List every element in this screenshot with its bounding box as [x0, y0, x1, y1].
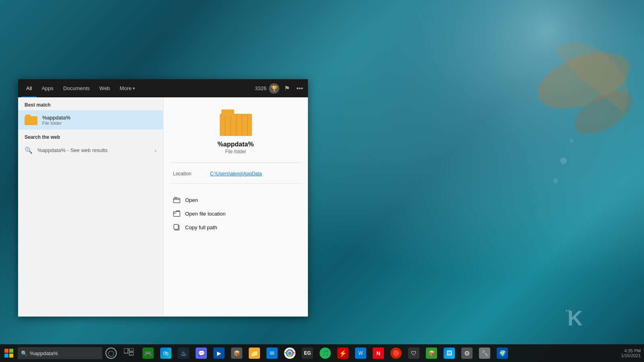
taskbar-app-list: 🎮 🛍 ♨ 💬 ▶ 📦 📁 [138, 344, 621, 362]
svg-point-6 [570, 139, 574, 143]
svg-rect-15 [9, 354, 13, 358]
panel-body: Best match %appdata% File folder Search … [18, 97, 308, 317]
taskbar-app-steam[interactable]: ♨ [175, 344, 192, 362]
folder-icon-large [220, 109, 252, 136]
taskbar-app-files[interactable]: 📁 [246, 344, 263, 362]
svg-point-21 [288, 352, 291, 355]
search-icon: 🔍 [25, 146, 33, 154]
taskbar-search-text: %appdata% [30, 350, 58, 356]
svg-rect-14 [4, 354, 8, 358]
svg-rect-11 [174, 224, 178, 229]
location-value[interactable]: C:\Users\alexg\AppData [210, 171, 262, 177]
tab-bar-actions: 3326 🏆 ⚑ ••• [255, 83, 305, 94]
svg-point-7 [553, 179, 558, 183]
action-open-label: Open [185, 197, 198, 203]
ellipsis-icon[interactable]: ••• [295, 83, 305, 94]
taskbar-app-epic[interactable]: EG [299, 344, 316, 362]
svg-point-5 [560, 158, 567, 164]
score-display: 3326 🏆 [255, 83, 279, 94]
taskbar-app-chrome[interactable] [281, 344, 299, 362]
action-open-file-location-label: Open file location [185, 211, 225, 217]
taskbar-app-misc1[interactable]: 📦 [228, 344, 246, 362]
svg-text:K: K [568, 306, 583, 330]
tab-all[interactable]: All [21, 79, 37, 97]
system-tray-time: 4:35 PM 1/15/2021 [621, 348, 641, 358]
task-view-button[interactable] [120, 344, 138, 362]
taskbar-app-store[interactable]: 🛍 [157, 344, 175, 362]
background-decoration [322, 0, 644, 306]
action-list: Open Open file location [163, 190, 308, 237]
web-search-query-text: %appdata% - See web results [37, 147, 107, 153]
tab-more[interactable]: More ▾ [115, 79, 140, 97]
tab-web[interactable]: Web [95, 79, 115, 97]
start-button[interactable] [0, 344, 18, 362]
taskbar-app-browser[interactable]: 🌍 [493, 344, 511, 362]
system-tray: 4:35 PM 1/15/2021 [621, 348, 644, 358]
open-icon [173, 196, 180, 204]
copy-icon [173, 224, 180, 231]
svg-rect-9 [173, 212, 180, 216]
kde-watermark: K + + [564, 301, 612, 338]
divider [170, 162, 301, 163]
chevron-down-icon: ▾ [133, 86, 135, 90]
flag-icon[interactable]: ⚑ [283, 83, 291, 94]
open-file-location-icon [173, 210, 180, 217]
detail-right-panel: %appdata% File folder Location C:\Users\… [163, 97, 308, 317]
taskbar-app-discord[interactable]: 💬 [192, 344, 210, 362]
taskbar-app-photos[interactable]: 🖼 [440, 344, 458, 362]
svg-rect-13 [9, 349, 13, 353]
svg-rect-17 [129, 348, 134, 351]
action-copy-full-path[interactable]: Copy full path [163, 220, 308, 234]
svg-rect-12 [4, 349, 8, 353]
taskbar-app-security[interactable]: 🛡 [405, 344, 423, 362]
detail-file-subtitle: File folder [225, 149, 246, 154]
svg-rect-8 [173, 198, 180, 203]
svg-rect-18 [129, 352, 134, 355]
taskbar-app-red[interactable]: 🔴 [387, 344, 405, 362]
web-search-label: Search the web [18, 130, 163, 142]
action-copy-full-path-label: Copy full path [185, 224, 217, 230]
start-menu-panel: All Apps Documents Web More ▾ 3326 🏆 ⚑ [18, 79, 308, 317]
taskbar-search-icon: 🔍 [21, 350, 27, 356]
location-label: Location [173, 171, 205, 177]
web-search-item[interactable]: 🔍 %appdata% - See web results › [18, 142, 163, 158]
divider2 [170, 183, 301, 183]
taskbar-app-spotify[interactable]: 🎵 [316, 344, 334, 362]
action-open[interactable]: Open [163, 193, 308, 207]
desktop: K + + All Apps [0, 0, 644, 362]
tab-documents[interactable]: Documents [58, 79, 95, 97]
folder-icon-small [25, 113, 37, 126]
taskbar-app-netflix[interactable]: N [369, 344, 387, 362]
result-item-text: %appdata% File folder [42, 115, 70, 125]
best-match-label: Best match [18, 97, 163, 110]
svg-point-4 [568, 82, 640, 142]
taskbar-search-box[interactable]: 🔍 %appdata% [18, 347, 102, 359]
detail-file-title: %appdata% [218, 141, 254, 148]
taskbar: 🔍 %appdata% ◯ 🎮 🛍 [0, 344, 644, 362]
action-open-file-location[interactable]: Open file location [163, 207, 308, 220]
detail-location-row: Location C:\Users\alexg\AppData [163, 169, 308, 178]
taskbar-app-xbox[interactable]: 🎮 [139, 344, 157, 362]
results-left-panel: Best match %appdata% File folder Search … [18, 97, 163, 317]
svg-text:+  +: + + [565, 308, 570, 314]
result-item-type: File folder [42, 121, 70, 125]
svg-point-3 [530, 41, 638, 120]
trophy-icon[interactable]: 🏆 [269, 83, 279, 94]
result-item-name: %appdata% [42, 115, 70, 121]
svg-rect-16 [124, 348, 128, 353]
result-item-appdata[interactable]: %appdata% File folder [18, 110, 163, 130]
svg-rect-2 [322, 0, 644, 306]
tab-apps[interactable]: Apps [37, 79, 58, 97]
taskbar-app-mail[interactable]: ✉ [263, 344, 281, 362]
taskbar-app-3d[interactable]: 📦 [423, 344, 440, 362]
taskbar-app-epic-launcher[interactable]: ▶ [210, 344, 228, 362]
taskbar-app-blue[interactable]: W [352, 344, 369, 362]
taskbar-app-settings[interactable]: ⚙ [458, 344, 476, 362]
chevron-right-icon: › [155, 147, 157, 154]
taskbar-app-misc2[interactable]: 🔧 [476, 344, 493, 362]
cortana-button[interactable]: ◯ [102, 344, 120, 362]
search-tab-bar: All Apps Documents Web More ▾ 3326 🏆 ⚑ [18, 79, 308, 97]
taskbar-app-speed[interactable]: ⚡ [334, 344, 352, 362]
